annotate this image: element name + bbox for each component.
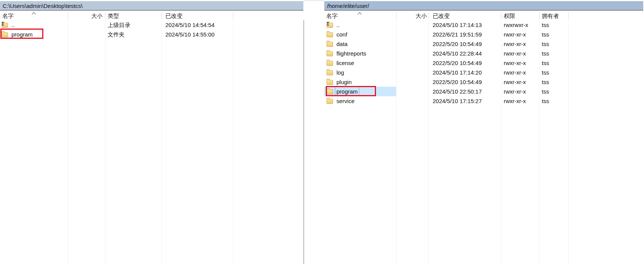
parent-up-arrow-icon: ↥ <box>1 21 5 26</box>
changed-cell: 2022/5/20 10:54:49 <box>428 58 501 68</box>
size-cell <box>396 30 428 39</box>
owner-cell: tss <box>539 58 568 68</box>
rights-cell: rwxr-xr-x <box>501 39 539 49</box>
size-cell <box>396 20 428 30</box>
owner-cell: tss <box>539 77 568 87</box>
remote-column-header-rights[interactable]: 权限 <box>501 11 539 20</box>
size-cell <box>396 77 428 87</box>
column-gridline <box>233 20 233 264</box>
rights-cell: rwxr-xr-x <box>501 58 539 68</box>
changed-cell: 2022/5/20 10:54:49 <box>428 39 501 49</box>
owner-cell: tss <box>539 68 568 77</box>
name-cell: service <box>324 96 396 106</box>
local-column-header-type[interactable]: 类型 <box>105 11 161 20</box>
parent-up-arrow-icon: ↥ <box>326 21 330 26</box>
local-column-header-size[interactable]: 大小 <box>68 11 105 20</box>
remote-column-header-changed[interactable]: 已改变 <box>428 11 501 20</box>
changed-cell: 2024/5/10 22:28:44 <box>428 49 501 58</box>
type-cell: 文件夹 <box>105 30 161 39</box>
folder-icon <box>327 61 333 66</box>
folder-icon <box>327 99 333 104</box>
remote-path-bar[interactable]: /home/elite/user/ <box>324 1 643 11</box>
parent-folder-icon: ↥ <box>2 23 8 28</box>
column-separator[interactable] <box>428 12 429 19</box>
local-path-bar[interactable]: C:\Users\admin\Desktop\testcs\ <box>0 1 303 11</box>
remote-row-data[interactable]: data 2022/5/20 10:54:49 rwxr-xr-x tss <box>324 39 644 49</box>
column-separator[interactable] <box>501 12 501 19</box>
column-separator[interactable] <box>396 12 397 19</box>
remote-column-header-owner[interactable]: 拥有者 <box>539 11 568 20</box>
owner-cell: tss <box>539 49 568 58</box>
name-cell: plugin <box>324 77 396 87</box>
parent-folder-icon: ↥ <box>327 23 333 28</box>
red-annotation-box-local-program <box>0 29 43 39</box>
folder-icon <box>327 51 333 56</box>
name-cell: conf <box>324 30 396 39</box>
column-separator[interactable] <box>568 12 569 19</box>
local-row-program[interactable]: program 文件夹 2024/5/10 14:55:00 <box>0 30 304 39</box>
changed-cell: 2024/5/10 14:54:54 <box>161 20 233 30</box>
column-separator[interactable] <box>68 12 68 19</box>
rights-cell: rwxr-xr-x <box>501 49 539 58</box>
size-cell <box>396 39 428 49</box>
changed-cell: 2022/6/21 19:51:59 <box>428 30 501 39</box>
size-cell <box>396 58 428 68</box>
local-column-header-changed[interactable]: 已改变 <box>161 11 233 20</box>
remote-row-flightreports[interactable]: flightreports 2024/5/10 22:28:44 rwxr-xr… <box>324 49 644 58</box>
name-cell: ↥ .. <box>324 20 396 30</box>
column-separator[interactable] <box>233 12 233 19</box>
column-gridline <box>105 20 105 264</box>
size-cell <box>396 87 428 96</box>
column-gridline <box>68 20 68 264</box>
name-cell: data <box>324 39 396 49</box>
rights-cell: rwxr-xr-x <box>501 87 539 96</box>
owner-cell: tss <box>539 30 568 39</box>
changed-cell: 2024/5/10 14:55:00 <box>161 30 233 39</box>
column-separator[interactable] <box>161 12 162 19</box>
remote-column-header-size[interactable]: 大小 <box>396 11 428 20</box>
rights-cell: rwxr-xr-x <box>501 96 539 106</box>
folder-icon <box>327 42 333 47</box>
column-separator[interactable] <box>105 12 105 19</box>
remote-column-header-row: 名字 大小 已改变 权限 拥有者 <box>324 11 644 20</box>
size-cell <box>396 49 428 58</box>
name-cell: license <box>324 58 396 68</box>
column-gridline <box>161 20 162 264</box>
remote-panel: /home/elite/user/ 名字 大小 已改变 权限 拥有者 ↥ <box>324 0 644 264</box>
size-cell <box>68 30 105 39</box>
changed-cell: 2024/5/10 17:14:20 <box>428 68 501 77</box>
owner-cell: tss <box>539 87 568 96</box>
remote-row-parent-dir[interactable]: ↥ .. 2024/5/10 17:14:13 rwxrwxr-x tss <box>324 20 644 30</box>
size-cell <box>396 96 428 106</box>
name-cell: flightreports <box>324 49 396 58</box>
remote-column-header-name[interactable]: 名字 <box>324 11 396 20</box>
owner-cell: tss <box>539 96 568 106</box>
remote-row-conf[interactable]: conf 2022/6/21 19:51:59 rwxr-xr-x tss <box>324 30 644 39</box>
type-cell: 上级目录 <box>105 20 161 30</box>
sort-ascending-icon <box>357 12 362 16</box>
changed-cell: 2024/5/10 22:50:17 <box>428 87 501 96</box>
sort-ascending-icon <box>32 12 36 16</box>
local-row-parent-dir[interactable]: ↥ .. 上级目录 2024/5/10 14:54:54 <box>0 20 304 30</box>
changed-cell: 2024/5/10 17:15:27 <box>428 96 501 106</box>
local-file-list: ↥ .. 上级目录 2024/5/10 14:54:54 program 文件夹… <box>0 20 304 39</box>
remote-row-license[interactable]: license 2022/5/20 10:54:49 rwxr-xr-x tss <box>324 58 644 68</box>
remote-row-service[interactable]: service 2024/5/10 17:15:27 rwxr-xr-x tss <box>324 96 644 106</box>
rights-cell: rwxr-xr-x <box>501 77 539 87</box>
rights-cell: rwxrwxr-x <box>501 20 539 30</box>
local-column-header-name[interactable]: 名字 <box>0 11 68 20</box>
owner-cell: tss <box>539 39 568 49</box>
owner-cell: tss <box>539 20 568 30</box>
rights-cell: rwxr-xr-x <box>501 68 539 77</box>
panel-splitter[interactable] <box>303 11 304 264</box>
file-manager-dual-pane-window: C:\Users\admin\Desktop\testcs\ 名字 大小 类型 … <box>0 0 644 264</box>
remote-row-log[interactable]: log 2024/5/10 17:14:20 rwxr-xr-x tss <box>324 68 644 77</box>
folder-icon <box>327 80 333 85</box>
local-panel: C:\Users\admin\Desktop\testcs\ 名字 大小 类型 … <box>0 0 304 264</box>
local-column-header-row: 名字 大小 类型 已改变 <box>0 11 304 20</box>
remote-row-plugin[interactable]: plugin 2022/5/20 10:54:49 rwxr-xr-x tss <box>324 77 644 87</box>
red-annotation-box-remote-program <box>326 86 376 96</box>
folder-icon <box>327 70 333 75</box>
column-separator[interactable] <box>539 12 539 19</box>
size-cell <box>396 68 428 77</box>
